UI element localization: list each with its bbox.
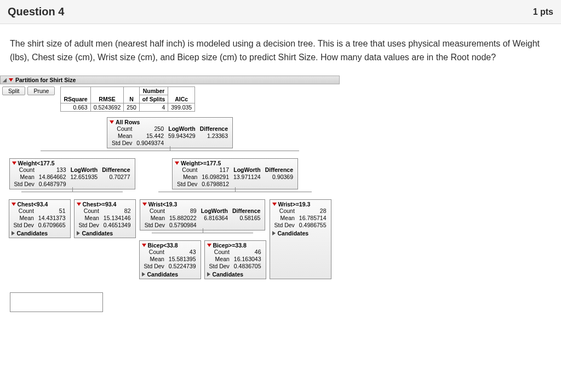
node-title: Bicep>=33.8 xyxy=(213,242,247,249)
expand-icon xyxy=(207,272,210,276)
val-n: 250 xyxy=(124,103,140,111)
col-n: N xyxy=(124,87,140,103)
disclosure-icon: ◢ xyxy=(3,77,7,83)
node-weight-lt: Weight<177.5 Count133LogWorthDifference … xyxy=(9,158,135,189)
hotspot-icon xyxy=(12,203,16,206)
col-rmse: RMSE xyxy=(90,87,124,103)
node-title: Chest>=93.4 xyxy=(83,201,117,207)
hotspot-icon xyxy=(175,162,179,165)
hotspot-icon xyxy=(142,244,146,247)
node-chest-lt: Chest<93.4 Count51 Mean14.431373 Std Dev… xyxy=(9,199,71,238)
jmp-output: ◢ Partition for Shirt Size Split Prune R… xyxy=(0,76,340,279)
panel-header: ◢ Partition for Shirt Size xyxy=(0,76,340,84)
node-title: Weight<177.5 xyxy=(18,160,55,166)
hotspot-icon xyxy=(207,244,211,247)
question-title: Question 4 xyxy=(8,5,64,18)
node-weight-ge: Weight>=177.5 Count117LogWorthDifference… xyxy=(172,158,298,189)
node-title: Bicep<33.8 xyxy=(148,242,178,249)
hotspot-icon xyxy=(12,162,16,165)
col-rsquare: RSquare xyxy=(61,87,90,103)
question-prompt: The shirt size of adult men (nearest hal… xyxy=(0,24,561,72)
control-row: Split Prune RSquare RMSE N Number AICc o… xyxy=(0,84,340,114)
col-numsplits-bot: of Splits xyxy=(139,95,168,103)
expand-icon xyxy=(77,231,80,235)
question-header: Question 4 1 pts xyxy=(0,0,561,24)
panel-title: Partition for Shirt Size xyxy=(15,77,76,83)
hotspot-icon xyxy=(110,120,114,124)
node-bicep-lt: Bicep<33.8 Count43 Mean15.581395 Std Dev… xyxy=(139,240,201,279)
node-title: Wrist>=19.3 xyxy=(278,201,311,207)
decision-tree: All Rows Count250LogWorthDifference Mean… xyxy=(0,114,340,279)
hotspot-icon xyxy=(272,203,277,206)
node-title: Chest<93.4 xyxy=(18,201,48,207)
node-bicep-ge: Bicep>=33.8 Count46 Mean16.163043 Std De… xyxy=(204,240,266,279)
expand-icon xyxy=(272,231,276,235)
node-title: All Rows xyxy=(116,119,140,125)
answer-input[interactable] xyxy=(10,292,103,312)
node-title: Weight>=177.5 xyxy=(181,160,221,166)
hotspot-icon xyxy=(9,78,13,82)
summary-table: RSquare RMSE N Number AICc of Splits 0.6… xyxy=(60,87,195,112)
question-points: 1 pts xyxy=(533,7,553,17)
val-rmse: 0.5243692 xyxy=(90,103,124,111)
hotspot-icon xyxy=(77,203,81,206)
val-rsquare: 0.663 xyxy=(61,103,90,111)
node-wrist-lt: Wrist<19.3 Count89LogWorthDifference Mea… xyxy=(140,199,266,230)
node-title: Wrist<19.3 xyxy=(148,201,178,207)
expand-icon xyxy=(12,231,15,235)
node-chest-ge: Chest>=93.4 Count82 Mean15.134146 Std De… xyxy=(74,199,136,238)
node-root: All Rows Count250LogWorthDifference Mean… xyxy=(107,117,233,148)
col-numsplits-top: Number xyxy=(139,87,168,95)
val-aicc: 399.035 xyxy=(168,103,195,111)
prune-button[interactable]: Prune xyxy=(27,87,55,95)
split-button[interactable]: Split xyxy=(2,87,25,95)
expand-icon xyxy=(142,272,145,276)
node-wrist-ge: Wrist>=19.3 Count28 Mean16.785714 Std De… xyxy=(270,199,331,279)
col-aicc: AICc xyxy=(168,87,195,103)
hotspot-icon xyxy=(142,203,147,206)
val-numsplits: 4 xyxy=(139,103,168,111)
